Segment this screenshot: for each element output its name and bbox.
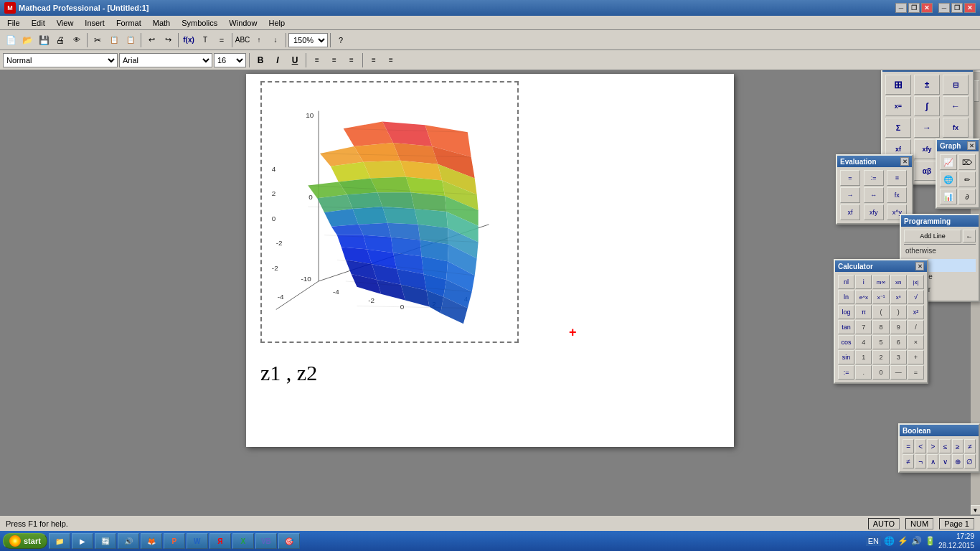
math-prog-btn[interactable]: ← bbox=[943, 96, 969, 116]
calc-minf[interactable]: m∞ bbox=[872, 275, 889, 289]
copy-btn[interactable]: 📋 bbox=[106, 32, 122, 48]
taskbar-item-sound[interactable]: 🔊 bbox=[118, 533, 139, 549]
insert-text-btn[interactable]: T bbox=[197, 32, 213, 48]
eval-xf-btn[interactable]: xf bbox=[840, 204, 860, 220]
bool-neq[interactable]: ≠ bbox=[903, 454, 914, 468]
eval-fx-btn[interactable]: fx bbox=[887, 187, 907, 203]
calc-plus[interactable]: + bbox=[908, 350, 924, 364]
menu-edit[interactable]: Edit bbox=[26, 17, 51, 29]
math-limit-btn[interactable]: fx bbox=[943, 118, 969, 138]
equals-btn[interactable]: = bbox=[214, 32, 230, 48]
calc-sin[interactable]: sin bbox=[838, 350, 854, 364]
help-btn[interactable]: ? bbox=[333, 32, 349, 48]
bool-lt[interactable]: < bbox=[915, 439, 926, 453]
eval-global-btn[interactable]: ≡ bbox=[887, 170, 907, 186]
bool-or[interactable]: ∨ bbox=[939, 454, 951, 468]
formula-label[interactable]: z1 , z2 bbox=[260, 361, 317, 385]
menu-math[interactable]: Math bbox=[147, 17, 176, 29]
menu-file[interactable]: File bbox=[1, 17, 26, 29]
doc-restore-btn[interactable]: ❐ bbox=[951, 3, 963, 13]
prog-arrow-btn[interactable]: ← bbox=[963, 230, 976, 242]
resource-btn[interactable]: ↓ bbox=[268, 32, 283, 48]
calc-nl[interactable]: nl bbox=[838, 275, 854, 289]
align-right-btn[interactable]: ≡ bbox=[344, 52, 359, 68]
calc-div[interactable]: / bbox=[908, 320, 924, 334]
eval-panel-close[interactable]: ✕ bbox=[900, 157, 909, 166]
calc-equals[interactable]: = bbox=[908, 365, 924, 380]
bullet-list-btn[interactable]: ≡ bbox=[366, 52, 382, 68]
app-minimize-btn[interactable]: ─ bbox=[895, 3, 907, 13]
calc-3[interactable]: 3 bbox=[890, 350, 907, 364]
graph-btn-4[interactable]: ✏ bbox=[958, 171, 976, 187]
calc-ln[interactable]: ln bbox=[838, 290, 854, 304]
graph-btn-3[interactable]: 🌐 bbox=[940, 171, 957, 187]
plot-region[interactable]: 10 0 -10 -4 -2 0 2 4 -4 -2 - bbox=[260, 81, 519, 343]
bool-gt[interactable]: > bbox=[927, 439, 938, 453]
bool-lte[interactable]: ≤ bbox=[939, 439, 951, 453]
calc-9[interactable]: 9 bbox=[890, 320, 907, 334]
app-close-btn[interactable]: ✕ bbox=[921, 3, 933, 13]
calc-4[interactable]: 4 bbox=[855, 335, 872, 349]
align-center-btn[interactable]: ≡ bbox=[326, 52, 342, 68]
menu-window[interactable]: Window bbox=[223, 17, 263, 29]
save-btn[interactable]: 💾 bbox=[36, 32, 52, 48]
bool-eq[interactable]: = bbox=[903, 439, 914, 453]
scroll-down-btn[interactable]: ▼ bbox=[971, 505, 981, 515]
math-bool-btn[interactable]: ∫ bbox=[914, 96, 940, 116]
underline-btn[interactable]: U bbox=[287, 52, 303, 68]
calc-panel-close[interactable]: ✕ bbox=[915, 262, 924, 270]
math-symbolic-btn[interactable]: Σ bbox=[885, 118, 911, 138]
open-btn[interactable]: 📂 bbox=[19, 32, 35, 48]
doc-close-btn[interactable]: ✕ bbox=[964, 3, 976, 13]
calc-rparen[interactable]: ) bbox=[890, 305, 907, 319]
calc-5[interactable]: 5 bbox=[872, 335, 889, 349]
redo-btn[interactable]: ↪ bbox=[160, 32, 176, 48]
bold-btn[interactable]: B bbox=[253, 52, 268, 68]
menu-insert[interactable]: Insert bbox=[79, 17, 110, 29]
taskbar-item-excel[interactable]: X bbox=[232, 533, 254, 549]
undo-btn[interactable]: ↩ bbox=[143, 32, 159, 48]
preview-btn[interactable]: 👁 bbox=[69, 32, 85, 48]
calc-7[interactable]: 7 bbox=[855, 320, 872, 334]
app-restore-btn[interactable]: ❐ bbox=[908, 3, 920, 13]
new-btn[interactable]: 📄 bbox=[3, 32, 19, 48]
graph-btn-1[interactable]: 📈 bbox=[940, 154, 957, 170]
bluetooth-icon[interactable]: ⚡ bbox=[897, 536, 908, 546]
calc-xn2[interactable]: xⁿ bbox=[890, 290, 907, 304]
insert-math-btn[interactable]: f(x) bbox=[181, 32, 197, 48]
graph-btn-2[interactable]: ⌦ bbox=[958, 154, 976, 170]
calc-mul[interactable]: × bbox=[908, 335, 924, 349]
math-deriv-btn[interactable]: → bbox=[914, 118, 940, 138]
calc-lparen[interactable]: ( bbox=[872, 305, 889, 319]
graph-btn-5[interactable]: 📊 bbox=[940, 189, 957, 204]
numbered-list-btn[interactable]: ≡ bbox=[383, 52, 399, 68]
size-select[interactable]: 16 bbox=[214, 53, 246, 67]
math-calculator-btn[interactable]: ⊞ bbox=[885, 75, 911, 95]
locale-indicator[interactable]: EN bbox=[866, 536, 881, 546]
taskbar-item-media[interactable]: ▶ bbox=[72, 533, 93, 549]
menu-symbolics[interactable]: Symbolics bbox=[176, 17, 223, 29]
calc-x2[interactable]: x² bbox=[908, 305, 924, 319]
calc-cos[interactable]: cos bbox=[838, 335, 854, 349]
bool-empty[interactable]: ∅ bbox=[964, 454, 976, 468]
eval-dblarrow-btn[interactable]: ↔ bbox=[864, 187, 884, 203]
taskbar-item-folder[interactable]: 📁 bbox=[49, 533, 70, 549]
align-left-btn[interactable]: ≡ bbox=[309, 52, 325, 68]
print-btn[interactable]: 🖨 bbox=[52, 32, 68, 48]
italic-btn[interactable]: I bbox=[270, 52, 286, 68]
start-button[interactable]: start bbox=[3, 533, 47, 549]
taskbar-item-app8[interactable]: 🎯 bbox=[278, 533, 300, 549]
calc-resource-btn[interactable]: ↑ bbox=[251, 32, 267, 48]
taskbar-item-firefox[interactable]: 🦊 bbox=[141, 533, 162, 549]
font-select[interactable]: Arial bbox=[119, 53, 212, 67]
calc-dot[interactable]: . bbox=[855, 365, 872, 380]
spellcheck-btn[interactable]: ABC bbox=[235, 32, 250, 48]
bool-not[interactable]: ¬ bbox=[915, 454, 926, 468]
menu-help[interactable]: Help bbox=[263, 17, 291, 29]
calc-8[interactable]: 8 bbox=[872, 320, 889, 334]
calc-x1[interactable]: x⁻¹ bbox=[872, 290, 889, 304]
calc-2[interactable]: 2 bbox=[872, 350, 889, 364]
calc-abs[interactable]: |x| bbox=[908, 275, 924, 289]
calc-pi[interactable]: π bbox=[855, 305, 872, 319]
calc-0[interactable]: 0 bbox=[872, 365, 889, 380]
